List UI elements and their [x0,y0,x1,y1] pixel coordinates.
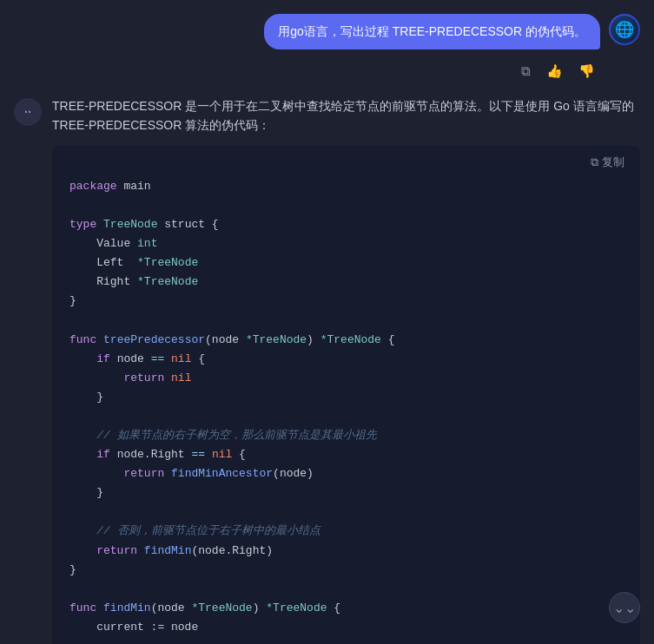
user-message-text: 用go语言，写出过程 TREE-PREDECESSOR 的伪代码。 [278,24,586,38]
user-message-row: 用go语言，写出过程 TREE-PREDECESSOR 的伪代码。 🌐 [0,0,654,56]
ai-avatar-label: ·· [24,105,31,119]
thumbup-button[interactable]: 👍 [541,60,568,82]
scroll-down-row: ⌄⌄ [595,585,654,630]
copy-action-button[interactable]: ⧉ [516,60,536,82]
user-bubble: 用go语言，写出过程 TREE-PREDECESSOR 的伪代码。 [264,14,600,49]
code-header: ⧉ 复制 [52,146,640,177]
ai-content: TREE-PREDECESSOR 是一个用于在二叉树中查找给定节点的前驱节点的算… [52,96,640,644]
thumbdown-button[interactable]: 👎 [573,60,600,82]
scroll-down-button[interactable]: ⌄⌄ [609,592,640,623]
action-row: ⧉ 👍 👎 [0,56,654,89]
code-pre: package main type TreeNode struct { Valu… [52,177,640,644]
ai-response-row: ·· TREE-PREDECESSOR 是一个用于在二叉树中查找给定节点的前驱节… [0,89,654,644]
copy-icon: ⧉ [591,155,598,169]
user-avatar: 🌐 [609,14,640,45]
user-avatar-inner: 🌐 [611,16,638,43]
copy-label: 复制 [602,154,624,170]
ai-avatar: ·· [14,98,42,126]
copy-code-button[interactable]: ⧉ 复制 [585,153,630,172]
code-block: ⧉ 复制 package main type TreeNode struct {… [52,146,640,644]
planet-icon: 🌐 [615,20,634,39]
chat-container: 用go语言，写出过程 TREE-PREDECESSOR 的伪代码。 🌐 ⧉ 👍 … [0,0,654,644]
ai-intro-text: TREE-PREDECESSOR 是一个用于在二叉树中查找给定节点的前驱节点的算… [52,96,640,135]
